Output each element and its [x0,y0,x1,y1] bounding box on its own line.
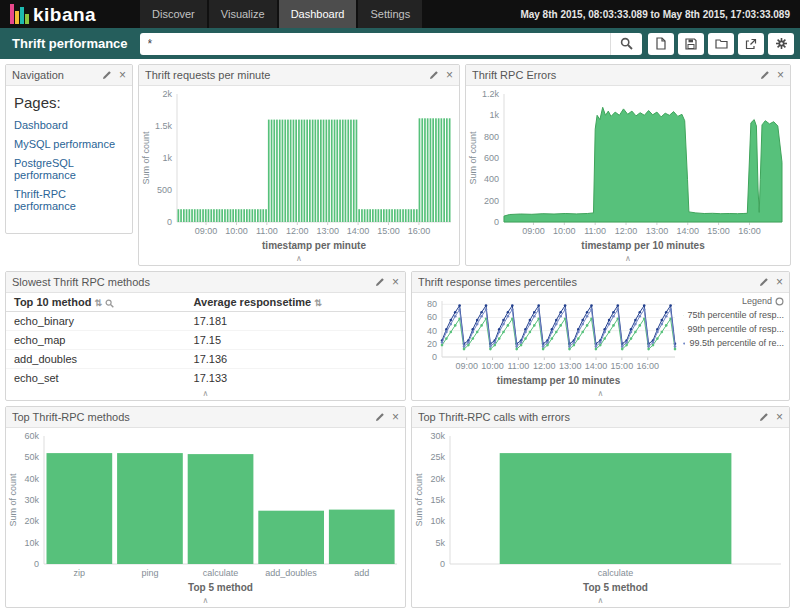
sort-icon: ⇅ [314,298,322,308]
close-panel-button[interactable]: × [776,276,783,288]
search-icon [620,37,633,50]
svg-text:zip: zip [74,568,86,578]
panel-title: Thrift requests per minute [145,69,429,81]
svg-text:09:00: 09:00 [522,226,545,236]
legend-toggle[interactable]: Legend [683,296,784,306]
rpc-errors-chart[interactable]: 02004006008001k1.2k09:0010:0011:0012:001… [466,86,790,252]
time-range-picker[interactable]: May 8th 2015, 08:03:33.089 to May 8th 20… [520,9,800,20]
panel-title: Navigation [12,69,102,81]
svg-text:0: 0 [34,559,39,569]
column-header-method[interactable]: Top 10 method⇅ [6,293,186,312]
edit-panel-button[interactable] [759,412,769,422]
table-row: echo_binary 17.181 [6,312,405,331]
edit-panel-button[interactable] [429,70,439,80]
top-calls-errors-chart[interactable]: 05k10k15k20k25k30kcalculateSum of countT… [412,428,789,594]
nav-link-dashboard[interactable]: Dashboard [14,119,124,131]
gear-icon [775,37,788,50]
edit-panel-button[interactable] [102,70,112,80]
nav-link-thrift-rpc[interactable]: Thrift-RPC performance [14,188,124,212]
svg-text:500: 500 [157,185,172,195]
requests-per-minute-chart[interactable]: 05001k1.5k2k09:0010:0011:0012:0013:0014:… [139,86,459,252]
panel-top-calls-errors: Top Thrift-RPC calls with errors × 05k10… [411,406,790,608]
column-header-responsetime[interactable]: Average responsetime⇅ [186,293,405,312]
svg-text:0: 0 [494,217,499,227]
svg-text:30k: 30k [24,495,39,505]
svg-text:14:00: 14:00 [676,226,699,236]
svg-text:Top 5 method: Top 5 method [583,582,648,593]
options-button[interactable] [768,33,794,55]
value-cell: 17.15 [186,331,405,350]
query-bar [140,33,642,55]
svg-text:16:00: 16:00 [738,226,761,236]
panel-title: Top Thrift-RPC calls with errors [418,411,759,423]
close-panel-button[interactable]: × [776,411,783,423]
dashboard-toolbar: Thrift performance [0,28,800,59]
pages-heading: Pages: [14,94,124,111]
legend-item-99th[interactable]: 99th percentile of resp... [683,324,784,334]
svg-text:60: 60 [427,312,437,322]
svg-text:1k: 1k [162,153,172,163]
panel-slowest-methods: Slowest Thrift RPC methods × Top 10 meth… [5,271,406,401]
panel-response-percentiles: Thrift response times percentiles × 0204… [411,271,790,401]
svg-text:timestamp per minute: timestamp per minute [262,240,366,251]
top-methods-chart[interactable]: 010k20k30k40k50k60kzippingcalculateadd_d… [6,428,405,594]
open-folder-icon [715,38,728,49]
svg-text:1.2k: 1.2k [482,89,500,99]
svg-text:16:00: 16:00 [408,226,431,236]
close-panel-button[interactable]: × [446,69,453,81]
kibana-logo[interactable]: kibana [0,4,140,24]
edit-panel-button[interactable] [759,277,769,287]
panel-collapse-button[interactable]: ∧ [412,387,789,400]
edit-panel-button[interactable] [375,412,385,422]
edit-panel-button[interactable] [375,277,385,287]
panel-collapse-button[interactable]: ∧ [139,252,459,265]
panel-collapse-button[interactable]: ∧ [6,387,405,400]
svg-text:add_doubles: add_doubles [265,568,317,578]
close-panel-button[interactable]: × [392,276,399,288]
kibana-logo-text: kibana [33,5,96,24]
svg-text:25k: 25k [430,452,445,462]
svg-text:13:00: 13:00 [316,226,339,236]
percentiles-chart[interactable]: 02040608009:0010:0011:0012:0013:0014:001… [412,293,683,387]
panel-collapse-button[interactable]: ∧ [466,252,790,265]
svg-text:10:00: 10:00 [553,226,576,236]
panel-title: Slowest Thrift RPC methods [12,276,375,288]
method-cell: echo_set [6,369,186,388]
panel-collapse-button[interactable]: ∧ [412,594,789,607]
nav-link-postgresql[interactable]: PostgreSQL performance [14,157,124,181]
close-panel-button[interactable]: × [392,411,399,423]
svg-text:12:00: 12:00 [286,226,309,236]
panel-thrift-requests: Thrift requests per minute × 05001k1.5k2… [138,64,460,266]
svg-text:Sum of count: Sum of count [8,473,18,527]
legend-item-75th[interactable]: 75th percentile of resp... [683,310,784,320]
edit-panel-button[interactable] [760,70,770,80]
nav-item-settings[interactable]: Settings [358,0,422,28]
share-button[interactable] [738,33,764,55]
svg-text:1k: 1k [489,110,499,120]
svg-text:13:00: 13:00 [646,226,669,236]
panel-navigation: Navigation × Pages: Dashboard MySQL perf… [5,64,133,234]
nav-link-mysql[interactable]: MySQL performance [14,138,124,150]
search-button[interactable] [610,33,642,55]
panel-rpc-errors: Thrift RPC Errors × 02004006008001k1.2k0… [465,64,791,266]
load-dashboard-button[interactable] [708,33,734,55]
close-panel-button[interactable]: × [119,69,126,81]
svg-text:0: 0 [167,217,172,227]
svg-text:Sum of count: Sum of count [141,131,151,185]
save-dashboard-button[interactable] [678,33,704,55]
nav-item-discover[interactable]: Discover [140,0,207,28]
svg-text:13:00: 13:00 [559,361,582,371]
close-panel-button[interactable]: × [777,69,784,81]
nav-item-dashboard[interactable]: Dashboard [279,0,357,28]
svg-text:10:00: 10:00 [481,361,504,371]
svg-text:15:00: 15:00 [707,226,730,236]
svg-text:Sum of count: Sum of count [414,473,424,527]
query-input[interactable] [140,33,610,55]
panel-title: Thrift RPC Errors [472,69,760,81]
svg-text:10:00: 10:00 [225,226,248,236]
panel-collapse-button[interactable]: ∧ [6,594,405,607]
legend-item-99-5th[interactable]: 99.5th percentile of re... [683,338,784,348]
nav-item-visualize[interactable]: Visualize [209,0,277,28]
new-dashboard-button[interactable] [648,33,674,55]
method-cell: echo_binary [6,312,186,331]
